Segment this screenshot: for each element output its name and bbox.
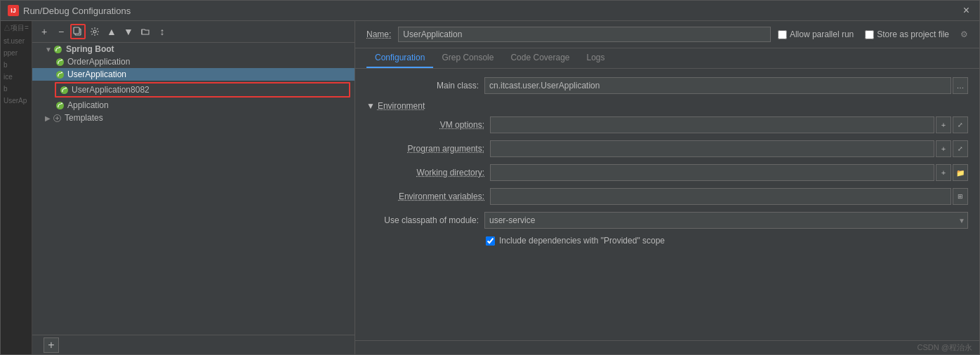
- left-sidebar-bg: △项目= st.user pper b ice b UserAp: [1, 21, 32, 354]
- program-args-add-button[interactable]: +: [936, 140, 951, 157]
- name-input[interactable]: [398, 27, 771, 42]
- program-args-input[interactable]: [490, 140, 934, 157]
- sidebar-bg-item-5: ice: [1, 71, 32, 83]
- tab-code-coverage[interactable]: Code Coverage: [502, 48, 578, 68]
- sidebar-bg-item-2: st.user: [1, 35, 32, 47]
- app-icon: IJ: [8, 5, 19, 16]
- program-args-row: Program arguments: + ⤢: [372, 140, 968, 157]
- svg-point-11: [56, 102, 64, 109]
- application-icon: [55, 100, 65, 110]
- spring-boot-icon: [53, 44, 63, 54]
- classpath-row: Use classpath of module: user-service ▼: [366, 212, 968, 229]
- move-down-button[interactable]: ▼: [121, 24, 136, 39]
- vm-options-label: VM options:: [372, 120, 484, 130]
- remove-config-button[interactable]: −: [53, 24, 69, 39]
- svg-point-4: [59, 46, 60, 48]
- user-application8082-label: UserApplication8082: [72, 85, 150, 95]
- working-dir-row: Working directory: + 📁: [372, 164, 968, 181]
- main-class-input-group: …: [484, 77, 968, 94]
- classpath-label: Use classpath of module:: [366, 215, 479, 225]
- folder-button[interactable]: [138, 24, 153, 39]
- sidebar-bg-item-7: UserAp: [1, 95, 32, 107]
- user-app-icon: [55, 69, 65, 79]
- watermark-text: CSDN @程治永: [918, 342, 972, 353]
- working-dir-label: Working directory:: [372, 168, 484, 178]
- main-class-label: Main class:: [366, 81, 479, 91]
- environment-section-header[interactable]: ▼ Environment: [366, 101, 968, 111]
- working-dir-input-group: + 📁: [490, 164, 968, 181]
- user-application-item[interactable]: UserApplication: [32, 68, 355, 81]
- templates-label: Templates: [65, 113, 103, 123]
- program-args-expand-button[interactable]: ⤢: [953, 140, 968, 157]
- svg-rect-1: [74, 27, 79, 34]
- settings-config-button[interactable]: [87, 24, 102, 39]
- svg-point-8: [61, 72, 62, 73]
- add-config-button[interactable]: +: [37, 24, 52, 39]
- user-application8082-item[interactable]: UserApplication8082: [55, 82, 350, 98]
- sidebar-bg-item-1: △项目=: [1, 21, 32, 35]
- environment-label: Environment: [378, 101, 425, 111]
- user-app8082-icon: [59, 85, 69, 95]
- allow-parallel-checkbox[interactable]: [778, 30, 787, 39]
- config-tree: ▼ Spring Boot: [32, 43, 355, 335]
- main-class-input[interactable]: [484, 77, 951, 94]
- svg-point-12: [61, 102, 62, 104]
- left-bottom-bar: +: [32, 335, 355, 354]
- working-dir-folder-button[interactable]: 📁: [953, 164, 968, 181]
- sidebar-bg-item-6: b: [1, 83, 32, 95]
- vm-options-add-button[interactable]: +: [936, 116, 951, 133]
- tab-grep-console[interactable]: Grep Console: [433, 48, 502, 68]
- svg-point-5: [56, 58, 64, 66]
- sidebar-bg-item-4: b: [1, 59, 32, 71]
- move-up-button[interactable]: ▲: [104, 24, 119, 39]
- allow-parallel-label: Allow parallel run: [778, 29, 854, 39]
- spring-boot-group[interactable]: ▼ Spring Boot: [32, 43, 355, 55]
- sort-button[interactable]: ↕: [154, 24, 170, 39]
- order-application-label: OrderApplication: [67, 57, 130, 67]
- order-app-icon: [55, 57, 65, 67]
- main-class-browse-button[interactable]: …: [953, 77, 968, 94]
- environment-section: VM options: + ⤢ Program arguments:: [372, 116, 968, 205]
- add-bottom-button[interactable]: +: [44, 337, 59, 353]
- content-area: + − ▲ ▼: [32, 21, 979, 354]
- vm-options-row: VM options: + ⤢: [372, 116, 968, 133]
- collapse-arrow-icon: ▼: [45, 46, 52, 53]
- svg-point-7: [56, 71, 64, 79]
- title-bar-left: IJ Run/Debug Configurations: [8, 5, 131, 16]
- name-row: Name: Allow parallel run Store as projec…: [355, 21, 979, 48]
- tab-logs[interactable]: Logs: [578, 48, 614, 68]
- right-panel: Name: Allow parallel run Store as projec…: [355, 21, 979, 354]
- vm-options-input-group: + ⤢: [490, 116, 968, 133]
- working-dir-input[interactable]: [490, 164, 934, 181]
- include-deps-label: Include dependencies with "Provided" sco…: [499, 236, 665, 246]
- env-vars-expand-button[interactable]: ⊞: [953, 188, 968, 205]
- order-application-item[interactable]: OrderApplication: [32, 55, 355, 68]
- name-label: Name:: [366, 29, 391, 39]
- svg-point-10: [65, 87, 67, 88]
- svg-point-6: [61, 59, 62, 60]
- gear-icon[interactable]: ⚙: [960, 29, 968, 39]
- program-args-label: Program arguments:: [372, 144, 484, 154]
- module-select-wrapper: user-service ▼: [484, 212, 968, 229]
- env-vars-input[interactable]: [490, 188, 951, 205]
- application-item[interactable]: Application: [32, 99, 355, 112]
- env-vars-row: Environment variables: ⊞: [372, 188, 968, 205]
- templates-icon: [52, 113, 62, 123]
- environment-arrow-icon: ▼: [366, 101, 375, 111]
- working-dir-add-button[interactable]: +: [936, 164, 951, 181]
- user-application-label: UserApplication: [67, 69, 126, 79]
- tabs-row: Configuration Grep Console Code Coverage…: [355, 48, 979, 69]
- include-deps-checkbox[interactable]: [486, 236, 495, 246]
- vm-options-input[interactable]: [490, 116, 934, 133]
- close-button[interactable]: ×: [960, 5, 972, 16]
- templates-item[interactable]: ▶ Templates: [32, 112, 355, 124]
- svg-point-9: [60, 86, 68, 94]
- main-wrapper: △项目= st.user pper b ice b UserAp + −: [1, 21, 979, 354]
- svg-point-2: [93, 30, 96, 33]
- tab-configuration[interactable]: Configuration: [366, 48, 433, 68]
- store-as-project-checkbox[interactable]: [865, 30, 874, 39]
- main-class-row: Main class: …: [366, 77, 968, 94]
- module-select[interactable]: user-service: [484, 212, 968, 229]
- vm-options-expand-button[interactable]: ⤢: [953, 116, 968, 133]
- copy-config-button[interactable]: [70, 24, 86, 39]
